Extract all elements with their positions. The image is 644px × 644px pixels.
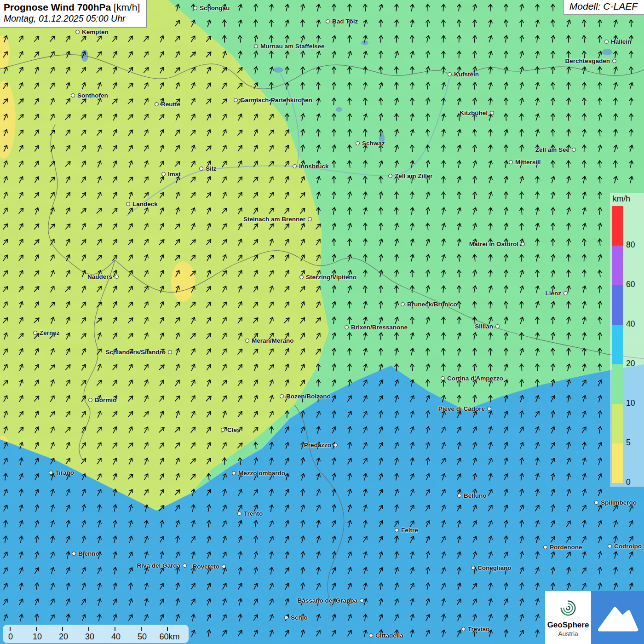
map-canvas bbox=[0, 0, 644, 644]
legend-tick-label: 60 bbox=[626, 280, 635, 289]
legend-color-bar: 806040201050 bbox=[612, 206, 623, 483]
lake bbox=[336, 107, 342, 112]
scalebar-tick bbox=[10, 627, 11, 631]
lake bbox=[379, 132, 385, 144]
legend-color-segment: 60 bbox=[612, 246, 623, 285]
legend-color-segment: 0 bbox=[612, 443, 623, 483]
map-title: Prognose Wind 700hPa [km/h] bbox=[4, 2, 140, 13]
geosphere-brand-text: GeoSphere bbox=[547, 621, 589, 630]
scalebar-tick-label: 50 bbox=[138, 632, 147, 642]
scalebar-tick-label: 40 bbox=[111, 632, 121, 642]
terrain-shading bbox=[0, 0, 644, 644]
legend-tick-label: 80 bbox=[626, 240, 635, 250]
legend-color-segment: 5 bbox=[612, 404, 623, 443]
map-title-unit: [km/h] bbox=[114, 2, 140, 12]
scalebar-tick-label: 30 bbox=[85, 632, 94, 642]
legend-color-segment: 40 bbox=[612, 285, 623, 325]
geosphere-swirl-icon bbox=[558, 598, 578, 620]
geosphere-logo-left: GeoSphere Austria bbox=[545, 591, 591, 644]
legend-tick-label: 10 bbox=[626, 398, 635, 408]
model-label: Modell: C-LAEF bbox=[569, 1, 638, 12]
wind-speed-legend: km/h 806040201050 bbox=[610, 193, 644, 487]
legend-color-segment: 80 bbox=[612, 206, 623, 246]
scalebar-tick bbox=[167, 627, 168, 631]
geosphere-country-text: Austria bbox=[558, 630, 578, 638]
lake bbox=[273, 67, 283, 73]
map-scale-bar: 0102030405060km bbox=[3, 625, 189, 643]
scalebar-tick-label: 60km bbox=[159, 632, 179, 642]
geosphere-mountain-icon bbox=[591, 591, 644, 644]
scalebar-tick-label: 10 bbox=[33, 632, 42, 642]
scalebar-tick bbox=[115, 627, 115, 631]
map-title-main: Prognose Wind 700hPa bbox=[4, 2, 111, 12]
legend-tick-label: 5 bbox=[626, 438, 631, 448]
scalebar-tick-label: 20 bbox=[59, 632, 68, 642]
map-subtitle-datetime: Montag, 01.12.2025 05:00 Uhr bbox=[4, 13, 140, 24]
wind-forecast-map: SchongauBad TölzKemptenMurnau am Staffel… bbox=[0, 0, 644, 644]
scalebar-tick bbox=[36, 627, 37, 631]
legend-color-segment: 20 bbox=[612, 325, 623, 364]
legend-tick-label: 40 bbox=[626, 319, 635, 329]
lake bbox=[602, 49, 612, 55]
legend-color-segment: 10 bbox=[612, 364, 623, 404]
scalebar-tick-label: 0 bbox=[8, 632, 13, 642]
scalebar-tick bbox=[88, 627, 89, 631]
legend-tick-label: 20 bbox=[626, 359, 635, 368]
scalebar-tick bbox=[141, 627, 142, 631]
map-title-box: Prognose Wind 700hPa [km/h] Montag, 01.1… bbox=[0, 0, 147, 28]
legend-unit-label: km/h bbox=[613, 194, 644, 204]
model-label-box: Modell: C-LAEF bbox=[564, 0, 644, 15]
geosphere-logo-box: GeoSphere Austria bbox=[545, 591, 644, 644]
legend-tick-label: 0 bbox=[626, 477, 631, 487]
scalebar-tick bbox=[62, 627, 63, 631]
